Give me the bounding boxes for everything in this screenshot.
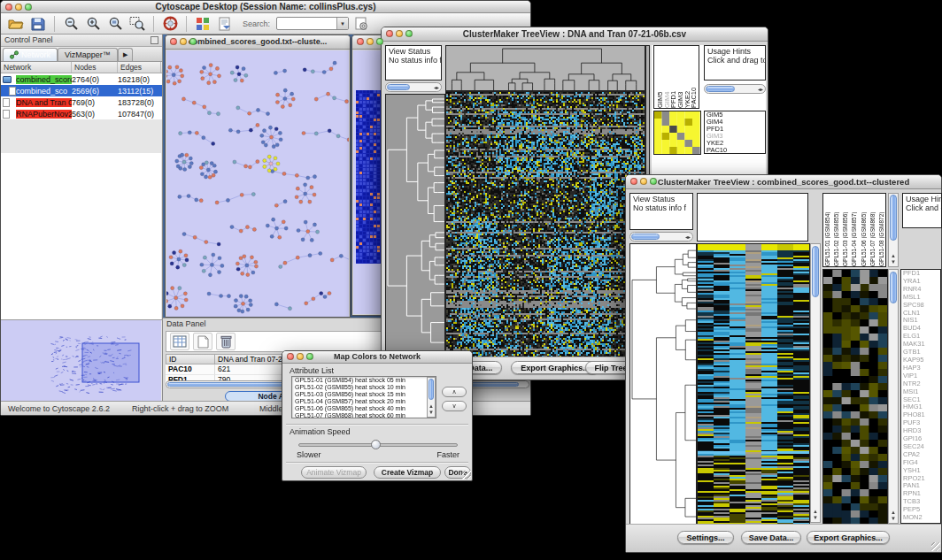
control-panel: Control Panel Network VizMapper™ ▶ Netwo… xyxy=(1,35,163,401)
zoom-window-icon[interactable] xyxy=(650,178,657,185)
slider-thumb[interactable] xyxy=(371,440,381,449)
zoom-out-icon[interactable] xyxy=(61,15,81,33)
float-panel-icon[interactable] xyxy=(151,36,158,44)
column-label[interactable]: PFD1 xyxy=(669,46,676,108)
close-icon[interactable] xyxy=(170,38,177,45)
treeview2-heatmap[interactable] xyxy=(697,243,810,525)
zoom-fit-icon[interactable] xyxy=(127,15,147,33)
treeview1-zoom-scrollbar[interactable]: ◂▸ xyxy=(704,84,766,94)
attribute-list-item[interactable]: GPL51-02 (GSM855) heat shock 10 min xyxy=(292,384,436,391)
create-vizmap-button[interactable]: Create Vizmap xyxy=(374,466,441,479)
animate-vizmap-button[interactable]: Animate Vizmap xyxy=(301,466,367,479)
minimize-icon[interactable] xyxy=(180,38,187,45)
tab-network[interactable]: Network xyxy=(3,48,58,61)
treeview1-column-dendrogram[interactable] xyxy=(445,45,645,91)
resize-grip[interactable] xyxy=(931,542,940,551)
network-overview-canvas[interactable] xyxy=(1,320,161,401)
column-label[interactable]: GPL51-08 (GSM872) xyxy=(878,194,884,266)
network-table-row[interactable]: combined_scores 2764(0) 16218(0) xyxy=(1,73,162,85)
grid-network-canvas[interactable] xyxy=(356,90,382,264)
treeview2-dendrogram[interactable] xyxy=(629,243,697,525)
column-label[interactable]: GPL51-07 (GSM868) xyxy=(869,194,876,266)
network-overview-panel[interactable] xyxy=(1,319,163,401)
annotation-icon[interactable] xyxy=(215,15,235,33)
attribute-list-item[interactable]: GPL51-06 (GSM865) heat shock 40 min xyxy=(292,405,436,412)
move-up-button[interactable]: ∧ xyxy=(442,387,467,397)
treeview1-zoom-matrix[interactable] xyxy=(653,111,701,155)
treeview1-row-scrollbar[interactable]: ◂▸ xyxy=(385,82,442,92)
column-label[interactable]: GPL51-02 (GSM855) xyxy=(833,194,839,266)
gene-label[interactable]: MON2 xyxy=(901,514,940,522)
minimize-icon[interactable] xyxy=(396,30,403,37)
network-view-window[interactable]: combined_scores_good.txt--cluste... xyxy=(165,35,351,318)
close-icon[interactable] xyxy=(5,4,12,11)
attribute-list-item[interactable]: GPL51-01 (GSM854) heat shock 05 min xyxy=(292,377,436,384)
network-table-row[interactable]: combined_sco 2569(6) 13112(15) xyxy=(1,85,162,96)
export-graphics-button[interactable]: Export Graphics... xyxy=(807,531,890,544)
attribute-list-item[interactable]: GPL51-03 (GSM856) heat shock 15 min xyxy=(292,391,436,398)
minimize-icon[interactable] xyxy=(15,4,22,11)
treeview2-row-scrollbar[interactable]: ◂▸ xyxy=(629,232,693,242)
treeview2-labels-vscrollbar[interactable]: ▲▼ xyxy=(888,193,899,267)
minimize-icon[interactable] xyxy=(640,178,647,185)
column-label[interactable]: GIM3 xyxy=(676,46,683,108)
tab-overflow-arrow[interactable]: ▶ xyxy=(118,48,133,61)
network-view-titlebar[interactable]: combined_scores_good.txt--cluste... xyxy=(166,35,350,50)
vizmapper-icon[interactable] xyxy=(193,15,212,33)
close-icon[interactable] xyxy=(386,30,393,37)
network-table: combined_scores 2764(0) 16218(0) combine… xyxy=(1,73,162,119)
attribute-mapper-icon[interactable] xyxy=(351,15,371,33)
zoom-window-icon[interactable] xyxy=(376,38,383,45)
chevron-down-icon[interactable]: ▼ xyxy=(336,18,348,29)
column-label[interactable]: GPL51-03 (GSM856) xyxy=(842,194,848,266)
column-label[interactable]: GPL51-06 (GSM865) xyxy=(861,194,867,266)
close-icon[interactable] xyxy=(357,38,364,45)
zoom-window-icon[interactable] xyxy=(189,38,197,45)
search-label: Search: xyxy=(243,19,270,28)
attribute-list-scrollbar[interactable]: ▲▼ xyxy=(427,377,436,418)
column-label[interactable]: GIM5 xyxy=(656,46,663,108)
treeview1-titlebar[interactable]: ClusterMaker TreeView : DNA and Tran 07-… xyxy=(382,27,768,42)
delete-attribute-icon[interactable] xyxy=(216,333,236,350)
treeview1-row-dendrogram[interactable] xyxy=(385,94,445,357)
network-table-row[interactable]: RNAPuberNov2+ 563(0) 107847(0) xyxy=(1,108,162,119)
resize-grip[interactable] xyxy=(462,471,471,479)
column-label[interactable]: GPL51-04 (GSM857) xyxy=(851,194,857,266)
new-attribute-icon[interactable] xyxy=(193,333,212,350)
attribute-list-item[interactable]: GPL51-07 (GSM868) heat shock 60 min xyxy=(292,412,436,418)
network-file-icon xyxy=(3,98,10,107)
zoom-window-icon[interactable] xyxy=(405,30,413,37)
save-data-button[interactable]: Save Data... xyxy=(741,531,801,544)
treeview2-heatmap-vscrollbar[interactable]: ▲▼ xyxy=(810,243,821,523)
attribute-table-icon[interactable] xyxy=(170,333,189,350)
window-controls xyxy=(386,30,413,37)
column-label[interactable]: GPL51-01 (GSM854) xyxy=(824,194,830,266)
close-icon[interactable] xyxy=(287,353,294,360)
help-ring-icon[interactable] xyxy=(160,15,180,33)
network-table-row[interactable]: DNA and Tran 07 769(0) 183728(0) xyxy=(1,96,162,108)
attribute-list-item[interactable]: GPL51-04 (GSM857) heat shock 20 min xyxy=(292,398,436,405)
zoom-window-icon[interactable] xyxy=(25,4,32,11)
settings-button[interactable]: Settings... xyxy=(677,531,734,544)
treeview2-zoom-vscrollbar[interactable]: ▲▼ xyxy=(888,269,899,524)
treeview2-titlebar[interactable]: ClusterMaker TreeView : combined_scores_… xyxy=(626,175,941,189)
open-icon[interactable] xyxy=(6,15,26,33)
tab-vizmapper[interactable]: VizMapper™ xyxy=(58,48,118,61)
close-icon[interactable] xyxy=(630,178,637,185)
treeview2-zoom-heatmap[interactable] xyxy=(822,269,888,525)
search-input[interactable]: ▼ xyxy=(276,17,349,30)
zoom-in-icon[interactable] xyxy=(83,15,103,33)
gene-label[interactable]: PAC10 xyxy=(705,147,765,154)
column-label[interactable]: PAC10 xyxy=(690,46,697,108)
zoom-selected-icon[interactable] xyxy=(105,15,125,33)
move-down-button[interactable]: ∨ xyxy=(442,401,467,411)
minimize-icon[interactable] xyxy=(297,353,304,360)
network-graph-canvas[interactable] xyxy=(166,50,349,317)
treeview1-heatmap[interactable] xyxy=(445,91,645,357)
zoom-window-icon[interactable] xyxy=(306,353,313,360)
main-titlebar[interactable]: Cytoscape Desktop (Session Name: collins… xyxy=(1,1,530,13)
minimize-icon[interactable] xyxy=(367,38,374,45)
attribute-list[interactable]: GPL51-01 (GSM854) heat shock 05 minGPL51… xyxy=(291,376,436,418)
dialog-titlebar[interactable]: Map Colors to Network xyxy=(282,351,472,364)
save-icon[interactable] xyxy=(28,15,48,33)
